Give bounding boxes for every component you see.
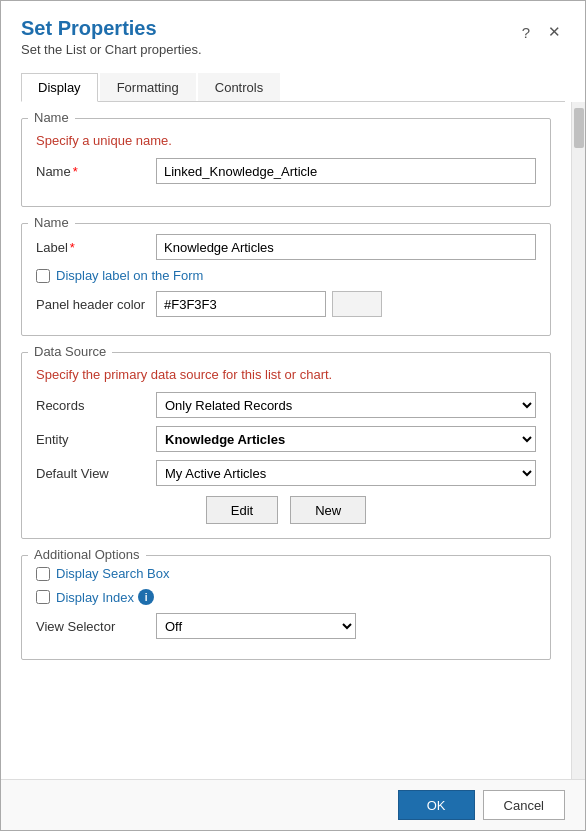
label-required-star: * (70, 240, 75, 255)
display-search-box-label: Display Search Box (56, 566, 169, 581)
dialog-title: Set Properties (21, 17, 202, 40)
content-area: Name Specify a unique name. Name* Name (1, 102, 571, 692)
panel-header-color-row: Panel header color (36, 291, 536, 317)
view-selector-select[interactable]: Off All Views Selected Views (156, 613, 356, 639)
label-label: Label* (36, 240, 156, 255)
name-section-legend: Name (28, 110, 75, 125)
data-source-legend: Data Source (28, 344, 112, 359)
data-source-desc: Specify the primary data source for this… (36, 367, 536, 382)
display-label-checkbox[interactable] (36, 269, 50, 283)
entity-label: Entity (36, 432, 156, 447)
edit-button[interactable]: Edit (206, 496, 278, 524)
name-label: Name* (36, 164, 156, 179)
label-row: Label* (36, 234, 536, 260)
cancel-button[interactable]: Cancel (483, 790, 565, 820)
dialog-subtitle: Set the List or Chart properties. (21, 42, 202, 57)
title-bar-left: Set Properties Set the List or Chart pro… (21, 17, 202, 57)
view-selector-label: View Selector (36, 619, 156, 634)
name-input[interactable] (156, 158, 536, 184)
records-select[interactable]: Only Related Records All Records (156, 392, 536, 418)
label-input[interactable] (156, 234, 536, 260)
records-row: Records Only Related Records All Records (36, 392, 536, 418)
tabs-bar: Display Formatting Controls (21, 73, 565, 102)
view-selector-row: View Selector Off All Views Selected Vie… (36, 613, 536, 639)
panel-header-input[interactable] (156, 291, 326, 317)
display-search-box-row: Display Search Box (36, 566, 536, 581)
tab-controls[interactable]: Controls (198, 73, 280, 101)
name-section-desc: Specify a unique name. (36, 133, 536, 148)
default-view-row: Default View My Active Articles Active A… (36, 460, 536, 486)
name-row: Name* (36, 158, 536, 184)
set-properties-dialog: Set Properties Set the List or Chart pro… (0, 0, 586, 831)
label-section-legend: Name (28, 215, 75, 230)
title-bar: Set Properties Set the List or Chart pro… (1, 1, 585, 65)
display-index-label: Display Index (56, 590, 134, 605)
footer-bar: OK Cancel (1, 779, 585, 830)
main-content: Name Specify a unique name. Name* Name (1, 102, 571, 779)
default-view-select[interactable]: My Active Articles Active Articles (156, 460, 536, 486)
additional-options-section: Additional Options Display Search Box Di… (21, 555, 551, 660)
edit-new-btn-row: Edit New (36, 496, 536, 524)
name-required-star: * (73, 164, 78, 179)
display-index-checkbox[interactable] (36, 590, 50, 604)
color-swatch (332, 291, 382, 317)
new-button[interactable]: New (290, 496, 366, 524)
display-index-info-icon[interactable]: i (138, 589, 154, 605)
scrollbar-track[interactable] (571, 102, 585, 779)
label-section: Name Label* Display label on the Form Pa… (21, 223, 551, 336)
close-button[interactable]: ✕ (544, 21, 565, 43)
display-label-checkbox-row: Display label on the Form (36, 268, 536, 283)
panel-header-label: Panel header color (36, 297, 156, 312)
tab-display[interactable]: Display (21, 73, 98, 102)
additional-options-legend: Additional Options (28, 547, 146, 562)
tab-formatting[interactable]: Formatting (100, 73, 196, 101)
display-search-box-checkbox[interactable] (36, 567, 50, 581)
default-view-label: Default View (36, 466, 156, 481)
records-label: Records (36, 398, 156, 413)
entity-select[interactable]: Knowledge Articles (156, 426, 536, 452)
entity-row: Entity Knowledge Articles (36, 426, 536, 452)
scrollbar-thumb[interactable] (574, 108, 584, 148)
display-label-text: Display label on the Form (56, 268, 203, 283)
data-source-section: Data Source Specify the primary data sou… (21, 352, 551, 539)
ok-button[interactable]: OK (398, 790, 475, 820)
help-button[interactable]: ? (518, 22, 534, 43)
scrollable-area: Name Specify a unique name. Name* Name (1, 102, 585, 779)
title-bar-actions: ? ✕ (518, 17, 565, 43)
name-section: Name Specify a unique name. Name* (21, 118, 551, 207)
display-index-row: Display Index i (36, 589, 536, 605)
